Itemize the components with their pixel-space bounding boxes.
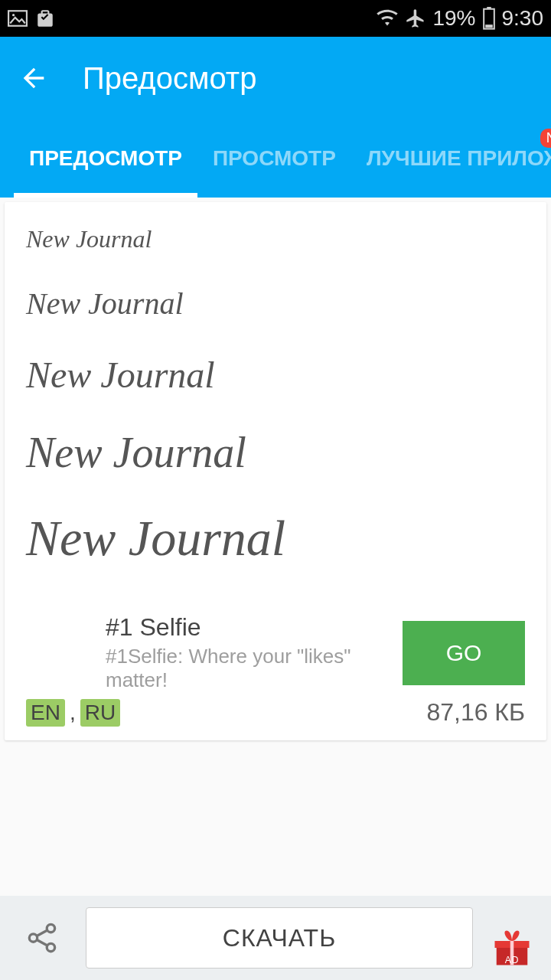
lang-chip-ru[interactable]: RU: [80, 699, 120, 727]
svg-point-5: [29, 934, 37, 942]
share-icon: [24, 919, 62, 957]
content-area: New Journal New Journal New Journal New …: [0, 198, 551, 745]
svg-line-8: [37, 930, 47, 936]
tab-predosmotr[interactable]: ПРЕДОСМОТР: [14, 119, 197, 198]
file-size: 87,16 КБ: [426, 698, 525, 727]
tab-label: ЛУЧШИЕ ПРИЛОЖ: [367, 146, 551, 171]
arrow-left-icon: [18, 63, 49, 93]
font-sample: New Journal: [26, 354, 525, 396]
battery-percent: 19%: [432, 6, 475, 31]
status-time: 9:30: [502, 6, 544, 31]
gift-ad-button[interactable]: AD: [485, 907, 539, 969]
new-badge: New: [540, 129, 551, 148]
font-sample: New Journal: [26, 509, 525, 567]
battery-icon: [482, 7, 496, 30]
tab-best-apps[interactable]: ЛУЧШИЕ ПРИЛОЖ New: [351, 119, 551, 198]
tab-bar: ПРЕДОСМОТР ПРОСМОТР ЛУЧШИЕ ПРИЛОЖ New: [0, 119, 551, 198]
status-bar: 19% 9:30: [0, 0, 551, 37]
back-button[interactable]: [15, 60, 52, 96]
lang-separator: ,: [70, 701, 76, 725]
bottom-bar: СКАЧАТЬ AD: [0, 896, 551, 980]
tab-label: ПРОСМОТР: [213, 146, 336, 171]
svg-rect-3: [487, 7, 491, 9]
gallery-notification-icon: [8, 10, 28, 27]
ad-go-button[interactable]: GO: [403, 621, 525, 685]
language-chips: EN , RU: [26, 699, 120, 727]
svg-point-7: [47, 943, 54, 951]
ad-thumbnail: [26, 619, 93, 687]
download-button[interactable]: СКАЧАТЬ: [86, 907, 473, 969]
svg-rect-0: [8, 11, 27, 26]
ad-subtitle: #1Selfie: Where your "likes" matter!: [106, 645, 390, 692]
svg-point-6: [47, 924, 54, 932]
font-sample: New Journal: [26, 428, 525, 477]
ad-title: #1 Selfie: [106, 613, 390, 642]
ad-banner[interactable]: #1 Selfie #1Selfie: Where your "likes" m…: [26, 613, 525, 692]
gift-ad-label: AD: [505, 955, 520, 965]
tab-label: ПРЕДОСМОТР: [29, 146, 182, 171]
svg-rect-4: [485, 24, 493, 28]
font-preview-card: New Journal New Journal New Journal New …: [5, 202, 546, 740]
airplane-mode-icon: [405, 8, 426, 29]
svg-line-9: [37, 940, 47, 946]
tab-prosmotr[interactable]: ПРОСМОТР: [197, 119, 351, 198]
font-sample: New Journal: [26, 225, 525, 253]
font-sample: New Journal: [26, 286, 525, 322]
wifi-icon: [376, 9, 399, 28]
page-title: Предосмотр: [83, 61, 256, 96]
svg-point-1: [12, 14, 15, 16]
app-bar: Предосмотр: [0, 37, 551, 119]
lang-chip-en[interactable]: EN: [26, 699, 65, 727]
shop-notification-icon: [35, 8, 55, 28]
share-button[interactable]: [12, 907, 73, 969]
meta-row: EN , RU 87,16 КБ: [26, 698, 525, 727]
